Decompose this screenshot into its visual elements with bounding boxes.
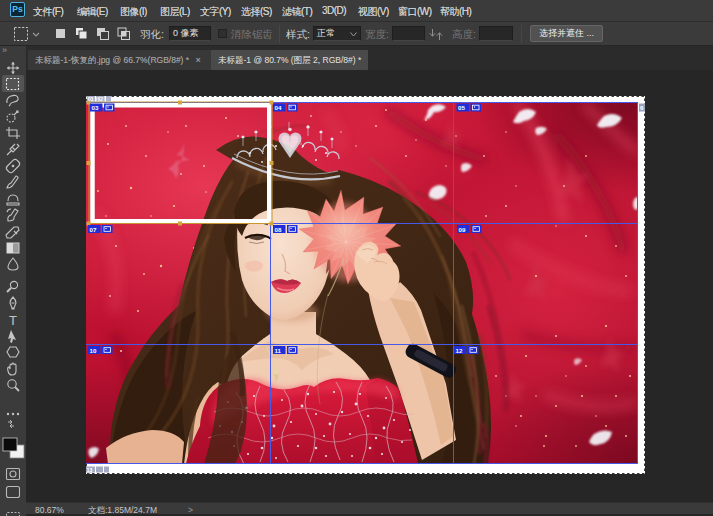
svg-text:05: 05: [458, 104, 465, 111]
svg-text:08: 08: [275, 226, 282, 233]
svg-text:6: 6: [640, 104, 644, 111]
svg-text:04: 04: [275, 104, 282, 111]
svg-text:11: 11: [275, 347, 282, 354]
svg-text:10: 10: [90, 347, 97, 354]
svg-text:01: 01: [88, 96, 94, 102]
svg-text:03: 03: [92, 104, 99, 111]
svg-text:02: 02: [98, 96, 104, 102]
svg-text:T: T: [9, 313, 17, 328]
svg-text:09: 09: [459, 226, 466, 233]
svg-text:12: 12: [456, 347, 463, 354]
svg-text:07: 07: [90, 226, 97, 233]
svg-text:13: 13: [87, 467, 93, 473]
